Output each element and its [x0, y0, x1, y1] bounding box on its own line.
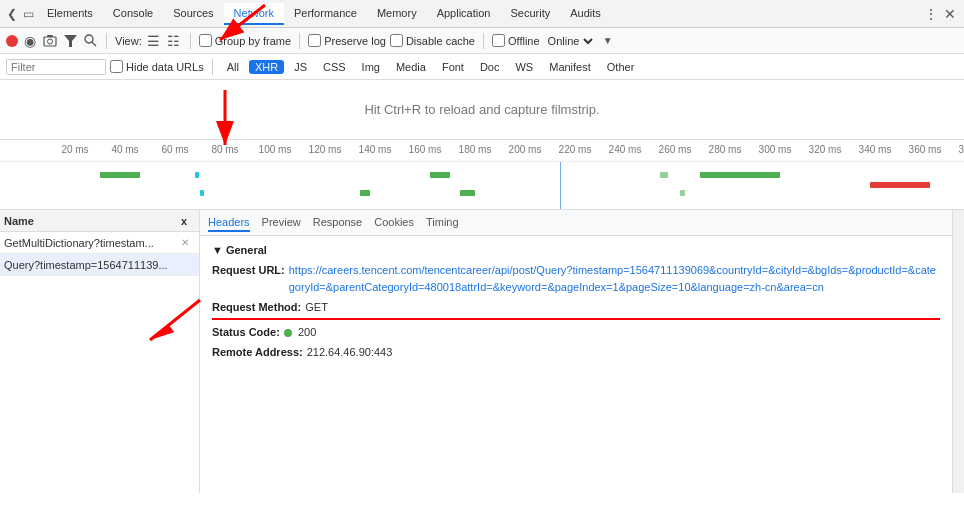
filter-icon[interactable]	[62, 33, 78, 49]
filter-all[interactable]: All	[221, 60, 245, 74]
tick-80ms: 80 ms	[200, 144, 250, 155]
request-close-0[interactable]: ✕	[181, 237, 195, 248]
tick-260ms: 260 ms	[650, 144, 700, 155]
filter-css[interactable]: CSS	[317, 60, 352, 74]
hide-data-urls-text: Hide data URLs	[126, 61, 204, 73]
preserve-log-label[interactable]: Preserve log	[308, 34, 386, 47]
clear-button[interactable]: ◉	[22, 33, 38, 49]
filter-bar: Hide data URLs All XHR JS CSS Img Media …	[0, 54, 964, 80]
network-throttle-select[interactable]: Online	[544, 34, 596, 48]
request-list: Name x GetMultiDictionary?timestam... ✕ …	[0, 210, 200, 493]
hide-data-urls-checkbox[interactable]	[110, 60, 123, 73]
request-name-0: GetMultiDictionary?timestam...	[4, 237, 181, 249]
timeline-line-blue	[560, 162, 561, 210]
filter-img[interactable]: Img	[356, 60, 386, 74]
timeline-ruler: 20 ms 40 ms 60 ms 80 ms 100 ms 120 ms 14…	[0, 140, 964, 162]
throttle-dropdown-icon[interactable]: ▼	[600, 33, 616, 49]
timeline-bars	[0, 162, 964, 210]
detail-content: ▼ General Request URL: https://careers.t…	[200, 236, 952, 493]
filter-manifest[interactable]: Manifest	[543, 60, 597, 74]
group-by-frame-text: Group by frame	[215, 35, 291, 47]
view-list-icon[interactable]: ☰	[146, 33, 162, 49]
split-panel: Name x GetMultiDictionary?timestam... ✕ …	[0, 210, 964, 493]
view-large-icon[interactable]: ☷	[166, 33, 182, 49]
request-url-value[interactable]: https://careers.tencent.com/tencentcaree…	[289, 262, 940, 295]
group-by-frame-label[interactable]: Group by frame	[199, 34, 291, 47]
tick-60ms: 60 ms	[150, 144, 200, 155]
svg-point-1	[48, 39, 53, 44]
filter-other[interactable]: Other	[601, 60, 641, 74]
toolbar-divider-1	[106, 33, 107, 49]
detail-tab-timing[interactable]: Timing	[426, 214, 459, 232]
timeline-area: 20 ms 40 ms 60 ms 80 ms 100 ms 120 ms 14…	[0, 140, 964, 210]
toolbar-divider-2	[190, 33, 191, 49]
tick-40ms: 40 ms	[100, 144, 150, 155]
tick-180ms: 180 ms	[450, 144, 500, 155]
tick-280ms: 280 ms	[700, 144, 750, 155]
detail-tab-cookies[interactable]: Cookies	[374, 214, 414, 232]
bar-2	[360, 190, 370, 196]
detail-tab-headers[interactable]: Headers	[208, 214, 250, 232]
record-button[interactable]	[6, 35, 18, 47]
request-url-link[interactable]: https://careers.tencent.com/tencentcaree…	[289, 264, 936, 293]
view-label: View:	[115, 35, 142, 47]
bar-teal-2	[200, 190, 204, 196]
svg-rect-0	[44, 37, 56, 46]
remote-address-value: 212.64.46.90:443	[307, 344, 393, 361]
devtools-right-icons: ⋮ ✕	[924, 6, 960, 22]
request-item-0[interactable]: GetMultiDictionary?timestam... ✕	[0, 232, 199, 254]
disable-cache-checkbox[interactable]	[390, 34, 403, 47]
devtools-icon-left2[interactable]: ▭	[20, 7, 37, 21]
devtools-tab-bar: ❮ ▭ Elements Console Sources Network Per…	[0, 0, 964, 28]
request-url-row: Request URL: https://careers.tencent.com…	[212, 262, 940, 295]
tick-100ms: 100 ms	[250, 144, 300, 155]
svg-rect-2	[47, 35, 53, 37]
svg-point-4	[85, 35, 93, 43]
preserve-log-checkbox[interactable]	[308, 34, 321, 47]
filter-media[interactable]: Media	[390, 60, 432, 74]
tab-elements[interactable]: Elements	[37, 3, 103, 25]
request-method-label: Request Method:	[212, 299, 301, 316]
status-code-row: Status Code: 200	[212, 324, 940, 341]
capture-screenshots-button[interactable]	[42, 33, 58, 49]
filter-input[interactable]	[6, 59, 106, 75]
filter-js[interactable]: JS	[288, 60, 313, 74]
tab-security[interactable]: Security	[500, 3, 560, 25]
tick-220ms: 220 ms	[550, 144, 600, 155]
offline-label[interactable]: Offline	[492, 34, 540, 47]
tab-sources[interactable]: Sources	[163, 3, 223, 25]
toolbar-divider-3	[299, 33, 300, 49]
more-options-icon[interactable]: ⋮	[924, 6, 938, 22]
offline-text: Offline	[508, 35, 540, 47]
bar-6	[680, 190, 685, 196]
detail-tab-response[interactable]: Response	[313, 214, 363, 232]
filter-font[interactable]: Font	[436, 60, 470, 74]
preserve-log-text: Preserve log	[324, 35, 386, 47]
hide-data-urls-label[interactable]: Hide data URLs	[110, 60, 204, 73]
filter-ws[interactable]: WS	[509, 60, 539, 74]
request-list-header: Name x	[0, 210, 199, 232]
filter-doc[interactable]: Doc	[474, 60, 506, 74]
disable-cache-text: Disable cache	[406, 35, 475, 47]
scrollbar[interactable]	[952, 210, 964, 493]
close-icon[interactable]: ✕	[944, 6, 956, 22]
status-code-number: 200	[298, 326, 316, 338]
detail-tab-preview[interactable]: Preview	[262, 214, 301, 232]
tick-320ms: 320 ms	[800, 144, 850, 155]
tab-application[interactable]: Application	[427, 3, 501, 25]
bar-3	[430, 172, 450, 178]
status-code-value: 200	[284, 324, 316, 341]
name-column-header: Name	[4, 215, 181, 227]
tab-memory[interactable]: Memory	[367, 3, 427, 25]
tab-console[interactable]: Console	[103, 3, 163, 25]
search-icon[interactable]	[82, 33, 98, 49]
offline-checkbox[interactable]	[492, 34, 505, 47]
group-by-frame-checkbox[interactable]	[199, 34, 212, 47]
devtools-icon-left1[interactable]: ❮	[4, 7, 20, 21]
filter-xhr[interactable]: XHR	[249, 60, 284, 74]
tab-performance[interactable]: Performance	[284, 3, 367, 25]
tab-audits[interactable]: Audits	[560, 3, 611, 25]
request-item-1[interactable]: Query?timestamp=1564711139...	[0, 254, 199, 276]
tab-network[interactable]: Network	[224, 3, 284, 25]
disable-cache-label[interactable]: Disable cache	[390, 34, 475, 47]
